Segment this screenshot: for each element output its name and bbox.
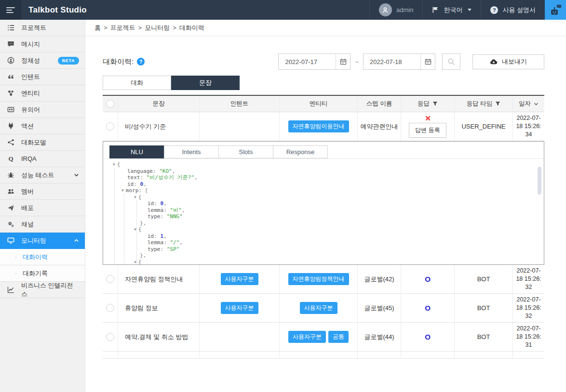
tab-conversation[interactable]: 대화 <box>103 76 171 90</box>
sidebar-item-label: 채널 <box>21 220 34 229</box>
cell-intent: 사용자구분 <box>199 265 279 293</box>
search-button[interactable] <box>442 53 460 70</box>
filter-bar: ~ 내보내기 <box>278 53 544 70</box>
row-radio[interactable] <box>106 122 114 131</box>
json-line: ▼morp: [ <box>111 187 536 194</box>
tab-slots[interactable]: Slots <box>218 145 273 158</box>
json-line: lemma: "/", <box>111 239 536 246</box>
export-button[interactable]: 내보내기 <box>472 54 544 69</box>
json-line: id: 0, <box>111 181 536 188</box>
share-icon <box>7 139 15 146</box>
register-answer-button[interactable]: 답변 등록 <box>409 123 446 138</box>
tab-nlu[interactable]: NLU <box>109 145 164 158</box>
sidebar-item-actions[interactable]: 액션 <box>0 118 85 134</box>
calendar-icon[interactable] <box>336 54 350 69</box>
breadcrumb-project[interactable]: 프로젝트 <box>110 24 135 32</box>
row-radio[interactable] <box>106 333 114 341</box>
language-selector[interactable]: 한국어 <box>422 0 481 20</box>
sidebar-item-entities[interactable]: 엔티티 <box>0 85 85 102</box>
breadcrumb-separator: > <box>173 24 176 31</box>
chevron-up-icon <box>74 238 79 243</box>
sidebar-item-label: 대화모델 <box>21 138 46 147</box>
cell-response: O <box>401 265 454 293</box>
tab-intents[interactable]: Intents <box>164 145 219 158</box>
list-icon <box>7 24 15 31</box>
sidebar-item-monitoring[interactable]: 모니터링 <box>0 233 85 249</box>
table-row[interactable]: 휴양림 정보 사용자구분 사용자구분 글로벌(45) O BOT 2022-07… <box>103 294 544 323</box>
sidebar-item-synonyms[interactable]: 유의어 <box>0 102 85 118</box>
view-tabs: 대화 문장 <box>103 76 544 90</box>
calendar-icon[interactable] <box>420 54 435 69</box>
sidebar-item-performance-test[interactable]: 성능 테스트 <box>0 167 85 183</box>
beta-badge: BETA <box>58 57 79 65</box>
table-row[interactable]: 예약,결제 및 취소 방법 사용자구분 공통 글로벌(44) O BOT 202… <box>103 323 544 352</box>
sidebar-item-members[interactable]: 멤버 <box>0 183 85 200</box>
sidebar-item-label: 프로젝트 <box>21 24 46 32</box>
cell-intent <box>199 323 279 351</box>
sidebar-item-intents[interactable]: 인텐트 <box>0 69 85 85</box>
success-o-mark: O <box>425 275 431 283</box>
paper-plane-icon <box>7 204 15 211</box>
json-line: language: "KO", <box>111 168 536 175</box>
sidebar-item-label: 액션 <box>21 122 34 131</box>
cell-entity: 자연휴양림정책안내 <box>279 265 357 293</box>
collapse-arrow-icon[interactable]: ▼ <box>134 195 136 199</box>
table-row[interactable]: 자연휴양림 정책안내 사용자구분 자연휴양림정책안내 글로벌(42) O BOT… <box>103 265 544 294</box>
json-line: ▼{ <box>111 226 536 233</box>
table-row[interactable]: 비/성수기 기준 자연휴양림이용안내 예약관련안내 답변 등록 USER_DEF… <box>103 112 544 141</box>
filter-icon[interactable] <box>495 101 500 106</box>
users-icon <box>7 188 15 195</box>
user-manual-link[interactable]: ? 사용 설명서 <box>481 0 545 20</box>
start-date-input[interactable] <box>279 54 336 69</box>
cell-entity: 사용자구분 공통 <box>279 323 357 351</box>
page-title: 대화이력: ? <box>103 57 145 66</box>
end-date-input[interactable] <box>364 54 420 69</box>
sidebar-item-label: 메시지 <box>21 40 40 49</box>
row-radio[interactable] <box>106 275 114 283</box>
cell-intent <box>199 112 279 141</box>
search-icon <box>447 58 455 65</box>
sidebar-item-messages[interactable]: 메시지 <box>0 36 85 52</box>
sidebar-subitem-conversation-records[interactable]: · 대화기록 <box>0 265 85 282</box>
tab-response[interactable]: Response <box>273 145 328 158</box>
breadcrumb-home[interactable]: 홈 <box>94 24 101 32</box>
sidebar-item-label: IRQA <box>21 155 37 162</box>
menu-toggle-button[interactable] <box>0 0 21 20</box>
collapse-arrow-icon[interactable]: ▼ <box>113 162 115 167</box>
sidebar-item-deploy[interactable]: 배포 <box>0 200 85 216</box>
row-radio[interactable] <box>106 304 114 312</box>
sidebar-item-identity[interactable]: 정체성 BETA <box>0 52 85 69</box>
cell-response-time: BOT <box>454 294 512 322</box>
sidebar-item-label: 유의어 <box>21 105 40 114</box>
cell-date: 2022-07-18 15:26:34 <box>512 112 544 141</box>
sidebar-item-label: 엔티티 <box>21 89 40 98</box>
breadcrumb-monitoring[interactable]: 모니터링 <box>145 24 170 32</box>
person-circle-icon <box>7 57 15 64</box>
json-line: ▼{ <box>111 161 536 168</box>
sidebar-subitem-conversation-history[interactable]: · 대화이력 <box>0 249 85 265</box>
sidebar-item-dialog-models[interactable]: 대화모델 <box>0 134 85 151</box>
sidebar-item-business-intelligence[interactable]: 비즈니스 인텔리전스 <box>0 282 85 298</box>
sort-down-icon[interactable] <box>534 102 539 106</box>
chatbot-button[interactable] <box>545 0 566 20</box>
breadcrumb-current: 대화이력 <box>179 24 204 32</box>
sidebar-item-irqa[interactable]: Q IRQA <box>0 151 85 167</box>
page-help-icon[interactable]: ? <box>137 58 145 65</box>
user-menu[interactable]: admin <box>369 0 422 20</box>
breadcrumb-separator: > <box>138 24 142 31</box>
sidebar-item-channels[interactable]: 채널 <box>0 216 85 233</box>
sidebar-item-label: 멤버 <box>21 187 34 196</box>
filter-icon[interactable] <box>432 101 438 106</box>
select-all-radio[interactable] <box>106 100 114 108</box>
svg-text:Q: Q <box>8 155 13 162</box>
json-line: }, <box>111 220 536 227</box>
fail-x-icon <box>425 116 431 121</box>
column-date: 일자 <box>512 96 544 112</box>
panel-scrollbar[interactable] <box>538 167 541 195</box>
column-entity: 엔티티 <box>279 96 357 112</box>
intent-badge: 사용자구분 <box>221 302 258 314</box>
sidebar-item-projects[interactable]: 프로젝트 <box>0 20 85 36</box>
tab-sentence[interactable]: 문장 <box>171 76 240 90</box>
collapse-arrow-icon[interactable]: ▼ <box>121 188 124 193</box>
cell-response-time: BOT <box>454 323 512 351</box>
